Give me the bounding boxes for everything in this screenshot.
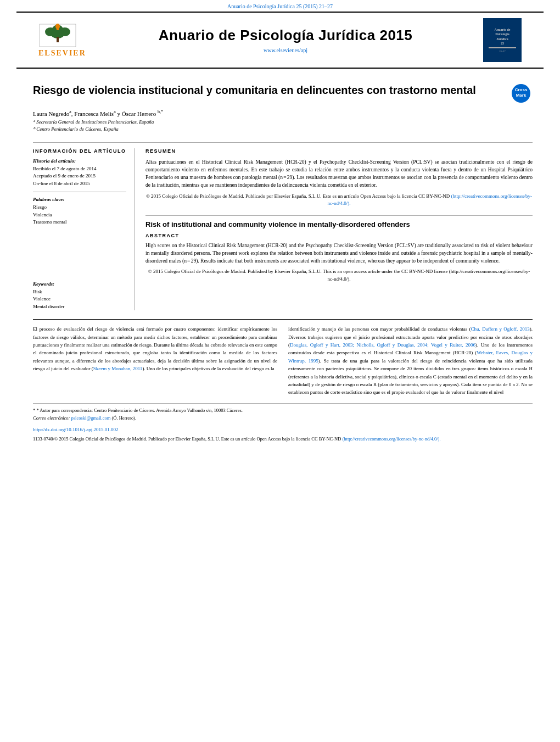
footnote-corr-text: * Autor para correspondencia: Centro Pen…: [36, 408, 242, 413]
online-date: On-line el 8 de abril de 2015: [33, 180, 126, 188]
ref-chu[interactable]: Chu, Daffern y Ogloff, 2013: [471, 326, 530, 332]
keyword-en-1: Risk: [33, 288, 126, 296]
issn-text: 1133-0740/© 2015 Colegio Oficial de Psic…: [33, 436, 341, 442]
journal-title-container: Anuario de Psicología Jurídica 2015 www.…: [99, 27, 472, 53]
crossmark-badge[interactable]: Cross Mark: [511, 83, 533, 105]
footnote-cols: * * Autor para correspondencia: Centro P…: [33, 407, 533, 422]
keyword-3: Trastorno mental: [33, 219, 126, 226]
journal-header: ELSEVIER Anuario de Psicología Jurídica …: [16, 12, 544, 69]
abstract-text: High scores on the Historical Clinical R…: [145, 242, 533, 265]
article-title-section: Riesgo de violencia institucional y comu…: [33, 83, 533, 105]
keyword-1: Riesgo: [33, 204, 126, 211]
issn-line: 1133-0740/© 2015 Colegio Oficial de Psic…: [33, 436, 533, 443]
cover-detail: 21-27: [499, 50, 506, 53]
email-label: Correo electrónico:: [33, 415, 70, 421]
journal-cover-container: Anuario dePsicologíaJurídica25 21-27: [472, 18, 522, 62]
crossmark-icon: Cross Mark: [511, 83, 531, 104]
resumen-text: Altas puntuaciones en el Historical Clin…: [145, 158, 533, 189]
footnote-correspondence: * * Autor para correspondencia: Centro P…: [33, 407, 533, 414]
ref-skeem[interactable]: Skeem y Monahan, 2011: [93, 366, 143, 371]
article-title-text: Riesgo de violencia institucional y comu…: [33, 83, 505, 97]
journal-url[interactable]: www.elsevier.es/apj: [99, 47, 472, 53]
affiliations: ᵃ Secretaría General de Instituciones Pe…: [33, 119, 533, 133]
journal-cover-small: Anuario dePsicologíaJurídica25 21-27: [483, 18, 522, 62]
article-info-col: INFORMACIÓN DEL ARTÍCULO Historia del ar…: [33, 148, 135, 311]
cover-text: Anuario dePsicologíaJurídica25: [495, 27, 511, 46]
doi-line: http://dx.doi.org/10.1016/j.apj.2015.01.…: [33, 426, 533, 434]
english-title: Risk of institutional and community viol…: [145, 215, 533, 228]
journal-ref-text: Anuario de Psicología Jurídica 25 (2015)…: [227, 3, 333, 9]
doi-link[interactable]: http://dx.doi.org/10.1016/j.apj.2015.01.…: [33, 427, 119, 432]
main-text-paragraph1: El proceso de evaluación del riesgo de v…: [33, 325, 277, 372]
resumen-col: RESUMEN Altas puntuaciones en el Histori…: [145, 148, 533, 311]
cc-text-en: © 2015 Colegio Oficial de Psicólogos de …: [148, 269, 530, 282]
keywords-label: Palabras clave:: [33, 197, 126, 202]
issn-link[interactable]: (http://creativecommons.org/licenses/by-…: [343, 436, 441, 442]
main-text-col1: El proceso de evaluación del riesgo de v…: [33, 325, 277, 397]
main-text-col2: identificación y manejo de las personas …: [288, 325, 533, 397]
elsevier-tree-icon: [38, 23, 77, 48]
affiliation-b: ᵇ Centro Penitenciario de Cáceres, Españ…: [33, 126, 533, 133]
article-body: Riesgo de violencia institucional y comu…: [0, 69, 560, 448]
ref-douglas[interactable]: Douglas, Ogloff y Hart, 2003; Nicholls, …: [290, 342, 475, 348]
svg-text:Cross: Cross: [515, 87, 528, 92]
author-negredo: Laura Negredoa: [33, 110, 71, 117]
journal-title: Anuario de Psicología Jurídica 2015: [99, 27, 472, 44]
svg-rect-6: [57, 37, 59, 42]
authors-line: Laura Negredoa, Francesca Melisa y Óscar…: [33, 109, 533, 117]
keyword-en-2: Violence: [33, 295, 126, 303]
two-column-section: INFORMACIÓN DEL ARTÍCULO Historia del ar…: [33, 142, 533, 311]
elsevier-logo-container: ELSEVIER: [38, 23, 99, 58]
cc-license-en: © 2015 Colegio Oficial de Psicólogos de …: [145, 268, 533, 283]
svg-rect-8: [57, 28, 59, 30]
top-journal-reference: Anuario de Psicología Jurídica 25 (2015)…: [0, 0, 560, 12]
email-address[interactable]: psicoski@gmail.com: [71, 415, 111, 421]
email-name: (Ó. Herrero).: [112, 415, 137, 421]
divider-1: [33, 192, 126, 192]
abstract-label: ABSTRACT: [145, 233, 533, 238]
footnote-email-line: Correo electrónico: psicoski@gmail.com (…: [33, 415, 533, 422]
article-title: Riesgo de violencia institucional y comu…: [33, 83, 505, 97]
main-text-section: El proceso de evaluación del riesgo de v…: [33, 319, 533, 397]
elsevier-wordmark: ELSEVIER: [38, 49, 86, 58]
accepted-date: Aceptado el 9 de enero de 2015: [33, 172, 126, 180]
info-section-title: INFORMACIÓN DEL ARTÍCULO: [33, 148, 126, 154]
keyword-2: Violencia: [33, 211, 126, 219]
received-date: Recibido el 7 de agosto de 2014: [33, 165, 126, 173]
resumen-title: RESUMEN: [145, 148, 533, 154]
svg-text:Mark: Mark: [516, 93, 527, 98]
keyword-en-3: Mental disorder: [33, 303, 126, 311]
ref-webster[interactable]: Webster, Eaves, Douglas y Wintrup, 1995: [288, 350, 533, 363]
footnote-left: * * Autor para correspondencia: Centro P…: [33, 407, 533, 422]
affiliation-a: ᵃ Secretaría General de Instituciones Pe…: [33, 119, 533, 126]
cc-license-es: © 2015 Colegio Oficial de Psicólogos de …: [145, 193, 533, 208]
footnote-section: * * Autor para correspondencia: Centro P…: [33, 403, 533, 443]
author-herrero: y Óscar Herrero b,*: [117, 110, 163, 117]
keywords-en-label: Keywords:: [33, 281, 126, 287]
main-text-paragraph2: identificación y manejo de las personas …: [288, 325, 533, 397]
author-melis: Francesca Melisa: [74, 110, 115, 117]
cc-text-es: © 2015 Colegio Oficial de Psicólogos de …: [146, 193, 450, 199]
history-label: Historia del artículo:: [33, 158, 126, 164]
